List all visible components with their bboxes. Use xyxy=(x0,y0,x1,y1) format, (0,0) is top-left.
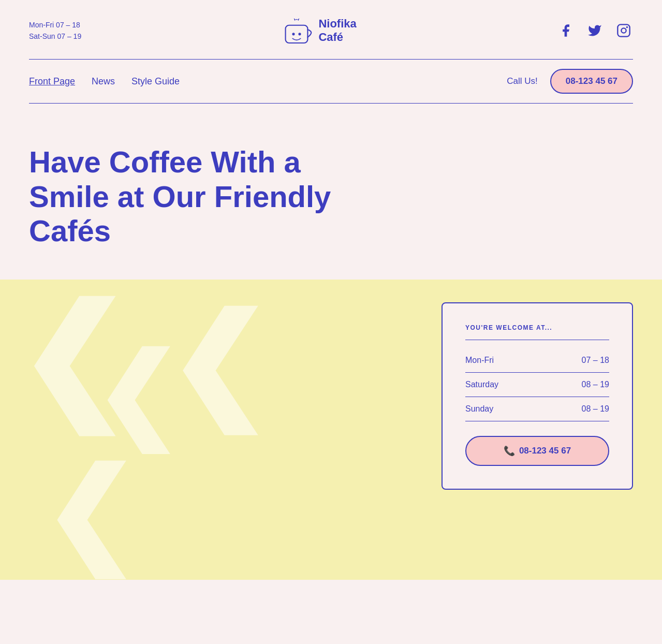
card-title: YOU'RE WELCOME AT... xyxy=(465,324,609,331)
hours-row-saturday: Saturday 08 – 19 xyxy=(465,373,609,397)
nav-news[interactable]: News xyxy=(92,76,115,87)
card-phone-number: 08-123 45 67 xyxy=(519,446,571,456)
phone-button[interactable]: 08-123 45 67 xyxy=(550,69,633,94)
day-sunday: Sunday xyxy=(465,404,493,414)
card-title-divider xyxy=(465,340,609,340)
svg-point-4 xyxy=(621,28,626,33)
social-icons xyxy=(556,21,633,40)
deco-arrow-3: ❮ xyxy=(41,456,137,569)
nav-front-page[interactable]: Front Page xyxy=(29,76,75,87)
svg-rect-3 xyxy=(617,24,629,36)
call-label: Call Us! xyxy=(507,76,538,86)
facebook-icon[interactable] xyxy=(556,21,575,40)
deco-arrows: ❮ ❮ ❮ ❮ xyxy=(0,280,430,580)
hours-row-sunday: Sunday 08 – 19 xyxy=(465,397,609,421)
day-monFri: Mon-Fri xyxy=(465,356,494,365)
weekend-hours: Sat-Sun 07 – 19 xyxy=(29,31,81,42)
svg-point-5 xyxy=(626,26,628,28)
nav-style-guide[interactable]: Style Guide xyxy=(131,76,180,87)
nav-bar: Front Page News Style Guide Call Us! 08-… xyxy=(0,60,662,103)
svg-point-1 xyxy=(292,33,295,35)
logo-text: Niofika Café xyxy=(318,17,356,45)
phone-emoji-icon: 📞 xyxy=(504,445,515,457)
logo-icon xyxy=(281,12,312,49)
twitter-icon[interactable] xyxy=(585,21,604,40)
instagram-icon[interactable] xyxy=(614,21,633,40)
day-saturday: Saturday xyxy=(465,380,498,389)
yellow-section: ❮ ❮ ❮ ❮ YOU'RE WELCOME AT... Mon-Fri 07 … xyxy=(0,280,662,580)
info-card: YOU'RE WELCOME AT... Mon-Fri 07 – 18 Sat… xyxy=(442,302,633,490)
logo-link[interactable]: Niofika Café xyxy=(281,12,356,49)
card-phone-button[interactable]: 📞 08-123 45 67 xyxy=(465,436,609,466)
hours-row-monFri: Mon-Fri 07 – 18 xyxy=(465,348,609,373)
time-monFri: 07 – 18 xyxy=(582,356,609,365)
top-bar: Mon-Fri 07 – 18 Sat-Sun 07 – 19 Niofika … xyxy=(0,0,662,59)
time-saturday: 08 – 19 xyxy=(582,380,609,389)
weekday-hours: Mon-Fri 07 – 18 xyxy=(29,19,81,31)
svg-point-2 xyxy=(299,33,301,35)
nav-right: Call Us! 08-123 45 67 xyxy=(507,69,633,94)
deco-arrow-4: ❮ xyxy=(166,300,270,425)
time-sunday: 08 – 19 xyxy=(582,404,609,414)
hero-title: Have Coffee With a Smile at Our Friendly… xyxy=(29,145,365,248)
nav-links: Front Page News Style Guide xyxy=(29,76,180,87)
hours-info: Mon-Fri 07 – 18 Sat-Sun 07 – 19 xyxy=(29,19,81,42)
hero-section: Have Coffee With a Smile at Our Friendly… xyxy=(0,104,662,280)
